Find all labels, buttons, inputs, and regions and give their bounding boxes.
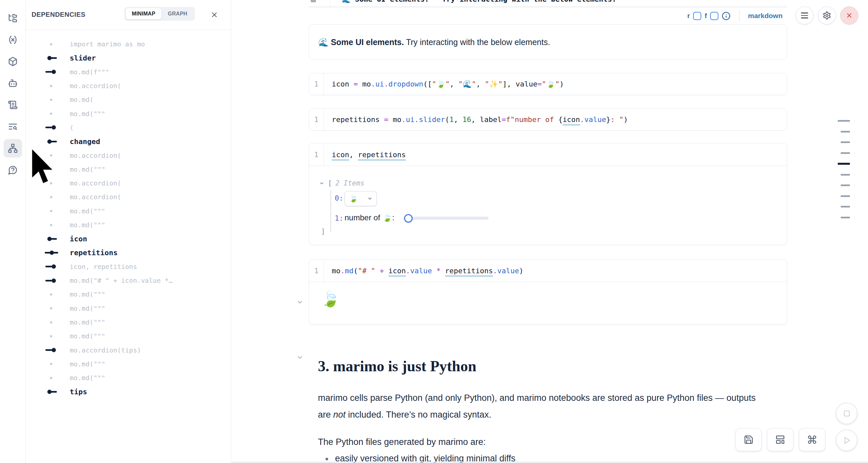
- scroll-mark[interactable]: [838, 163, 850, 165]
- items-count: 2 Items: [335, 179, 365, 187]
- cell-code-label: mo.accordion(: [70, 179, 121, 187]
- scroll-mark[interactable]: [841, 131, 850, 132]
- minimap-item[interactable]: tips: [26, 385, 230, 399]
- minimap-item[interactable]: mo.md(""": [26, 371, 230, 385]
- command-icon: [807, 435, 817, 444]
- code-line[interactable]: icon, repetitions: [324, 151, 406, 159]
- output-text: Try interacting with the below elements.: [404, 37, 550, 47]
- item-index-1: 1:: [335, 214, 344, 222]
- item-index-0: 0:: [335, 194, 344, 202]
- scroll-mark[interactable]: [841, 184, 850, 186]
- line-number: 1: [309, 267, 323, 275]
- stop-button[interactable]: [836, 402, 858, 424]
- help-button[interactable]: [4, 161, 22, 179]
- cell-marker-icon: [46, 194, 61, 199]
- hamburger-icon: [801, 12, 808, 19]
- ai-assistant-button[interactable]: [4, 74, 22, 92]
- cell-toolbar: r f markdown: [309, 8, 787, 24]
- variables-button[interactable]: [4, 31, 22, 49]
- minimap-item[interactable]: mo.accordion(: [26, 190, 230, 204]
- minimap-item[interactable]: repetitions: [26, 246, 230, 259]
- minimap-item[interactable]: icon, repetitions: [26, 260, 230, 274]
- minimap-item[interactable]: icon: [26, 232, 230, 246]
- collapse-chevron-icon[interactable]: [296, 354, 304, 361]
- scroll-mark[interactable]: [841, 152, 850, 154]
- minimap-item[interactable]: mo.md(""": [26, 287, 230, 301]
- code-cell-tuple[interactable]: 1 icon, repetitions [ 2 Items 0: 🍃 1: nu…: [309, 143, 787, 245]
- cell-marker-icon: [46, 306, 61, 311]
- scroll-mark[interactable]: [841, 206, 850, 208]
- keyboard-shortcuts-button[interactable]: [799, 428, 825, 451]
- cell-marker-icon: [46, 375, 61, 380]
- line-number: 1: [309, 80, 323, 88]
- scroll-mark[interactable]: [841, 142, 850, 143]
- slider-thumb[interactable]: [404, 214, 413, 223]
- logs-button[interactable]: [4, 96, 22, 114]
- cell-marker-icon: [46, 347, 61, 353]
- close-x-icon: [846, 12, 853, 19]
- minimap-item[interactable]: changed: [26, 134, 230, 148]
- minimap-item[interactable]: mo.md(""": [26, 204, 230, 218]
- scroll-mark[interactable]: [838, 120, 850, 122]
- collapse-chevron-icon[interactable]: [319, 181, 324, 186]
- scroll-mark[interactable]: [841, 195, 850, 197]
- chevron-down-icon: [367, 196, 373, 201]
- paragraph-line-2: are not included. There’s no magical syn…: [318, 410, 491, 420]
- minimap-item[interactable]: mo.md(""": [26, 315, 230, 329]
- tab-graph[interactable]: GRAPH: [161, 8, 193, 20]
- minimap-item[interactable]: mo.md(""": [26, 218, 230, 232]
- minimap-item[interactable]: mo.md(""": [26, 357, 230, 371]
- minimap-item[interactable]: mo.md(: [26, 93, 230, 106]
- file-explorer-button[interactable]: [4, 9, 22, 27]
- collapse-chevron-icon[interactable]: [296, 299, 304, 306]
- code-line[interactable]: mo.md("# " + icon.value * repetitions.va…: [324, 267, 523, 275]
- cell-language-badge[interactable]: markdown: [748, 12, 782, 20]
- info-icon[interactable]: [722, 11, 731, 21]
- code-cell-md[interactable]: 1 mo.md("# " + icon.value * repetitions.…: [309, 259, 787, 325]
- minimap-item[interactable]: mo.md(""": [26, 302, 230, 315]
- minimap-item[interactable]: mo.md(f""": [26, 65, 230, 79]
- code-line[interactable]: icon = mo.ui.dropdown(["🍃", "🌊", "✨"], v…: [324, 80, 564, 88]
- cell-code-label: import marimo as mo: [70, 40, 145, 48]
- minimap-item[interactable]: mo.md(""": [26, 106, 230, 120]
- menu-button[interactable]: [796, 7, 813, 24]
- top-cell-editor-fragment[interactable]: 🌊 Some UI elements. Try interacting with…: [309, 0, 787, 7]
- cell-code-label: icon, repetitions: [70, 263, 137, 271]
- cell-marker-icon: [46, 250, 61, 255]
- minimap-item[interactable]: slider: [26, 51, 230, 65]
- code-line[interactable]: repetitions = mo.ui.slider(1, 16, label=…: [324, 116, 628, 124]
- drag-handle[interactable]: [311, 0, 316, 2]
- panel-title: DEPENDENCIES: [32, 11, 86, 19]
- panel-close-button[interactable]: [210, 10, 219, 20]
- dependencies-button[interactable]: [4, 139, 22, 157]
- close-icon: [210, 11, 218, 19]
- code-cell-slider[interactable]: 1 repetitions = mo.ui.slider(1, 16, labe…: [309, 109, 787, 130]
- save-button[interactable]: [736, 428, 762, 451]
- minimap-item[interactable]: mo.accordion(: [26, 79, 230, 93]
- minimap-item[interactable]: mo.md("# " + icon.value *…: [26, 274, 230, 287]
- code-cell-dropdown[interactable]: 1 icon = mo.ui.dropdown(["🍃", "🌊", "✨"],…: [309, 73, 787, 95]
- output-bold-text: 🌊 Some UI elements.: [318, 37, 404, 47]
- minimap-item[interactable]: import marimo as mo: [26, 37, 230, 51]
- slider-track[interactable]: [408, 217, 489, 220]
- cell-code-label: mo.accordion(tips): [70, 346, 141, 354]
- layout-button[interactable]: [767, 428, 794, 451]
- minimap-item[interactable]: mo.md(""": [26, 329, 230, 343]
- bracket-close: ]: [321, 227, 325, 236]
- shutdown-button[interactable]: [840, 7, 858, 24]
- dropdown-widget[interactable]: 🍃: [345, 191, 377, 206]
- cell-code-label: mo.md(""": [70, 318, 105, 326]
- scroll-mark[interactable]: [841, 217, 850, 218]
- reactive-checkbox[interactable]: [693, 12, 701, 20]
- minimap-item[interactable]: mo.accordion(tips): [26, 343, 230, 357]
- run-button[interactable]: [836, 429, 858, 451]
- settings-button[interactable]: [818, 7, 836, 24]
- format-checkbox[interactable]: [710, 12, 718, 20]
- cell-marker-icon: [46, 69, 61, 75]
- packages-button[interactable]: [4, 52, 22, 71]
- minimap-item[interactable]: (: [26, 121, 230, 134]
- snippets-button[interactable]: [4, 117, 22, 136]
- scroll-mark[interactable]: [841, 174, 850, 176]
- scroll-minimap[interactable]: [838, 120, 850, 227]
- tab-minimap[interactable]: MINIMAP: [126, 8, 161, 20]
